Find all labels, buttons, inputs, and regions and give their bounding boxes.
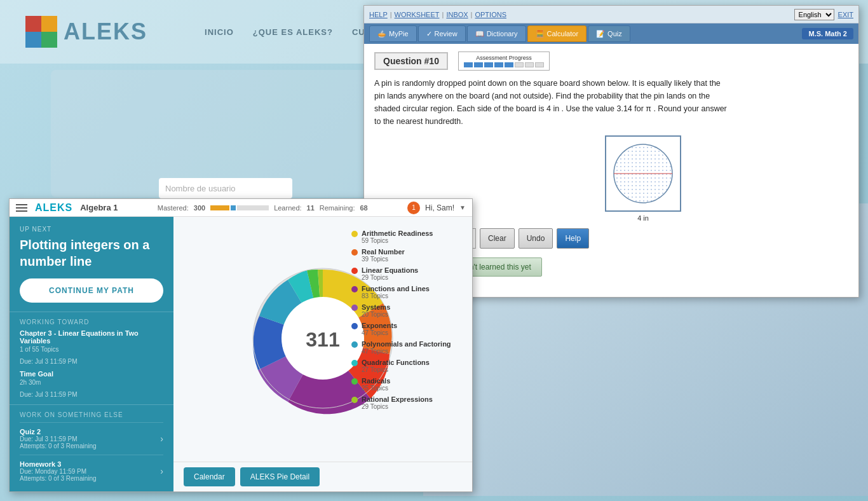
- quiz-question-badge: Question #10: [374, 52, 448, 70]
- legend-label-4: Systems: [362, 303, 390, 311]
- quiz-pip-6: [515, 62, 524, 67]
- dash-chart-area: 311 Arithmetic Readiness 59 Topics: [173, 217, 472, 462]
- legend-dot-0: [351, 231, 358, 237]
- dash-calendar-button[interactable]: Calendar: [184, 467, 235, 486]
- legend-sub-0: 59 Topics: [362, 237, 433, 244]
- quiz-header-right: English EXIT: [794, 9, 853, 20]
- quiz-header-left: HELP | WORKSHEET | INBOX | OPTIONS: [369, 11, 506, 18]
- dash-titlebar: ALEKS Algebra 1 Mastered: 300 Learned: 1…: [10, 199, 472, 217]
- quiz-options-link[interactable]: OPTIONS: [475, 11, 506, 18]
- dash-mastered-bar: [210, 205, 229, 210]
- legend-item-8: Radicals 25 Topics: [351, 377, 472, 392]
- dash-work-item-0-title: Quiz 2: [20, 428, 97, 436]
- quiz-progress-bar: [464, 62, 544, 67]
- legend-sub-5: 47 Topics: [362, 329, 397, 336]
- dash-work-else-label: WORK ON SOMETHING ELSE: [20, 411, 163, 418]
- dash-up-next-section: UP NEXT Plotting integers on a number li…: [10, 217, 173, 312]
- legend-item-6: Polynomials and Factoring 47 Topics: [351, 340, 472, 355]
- dash-pie-detail-button[interactable]: ALEKS Pie Detail: [240, 467, 320, 486]
- bg-logo-box: [25, 16, 57, 48]
- dash-work-item-1-arrow-icon: ›: [160, 466, 163, 476]
- dash-aleks-logo: ALEKS: [35, 202, 72, 214]
- dash-remaining-label: Remaining:: [320, 204, 355, 212]
- dash-user-name[interactable]: Hi, Sam!: [425, 203, 454, 212]
- dash-mastered-label: Mastered:: [158, 204, 189, 212]
- quiz-circle: [611, 142, 675, 205]
- legend-item-3: Functions and Lines 83 Topics: [351, 285, 472, 299]
- quiz-pip-3: [484, 62, 493, 67]
- legend-label-9: Rational Expressions: [362, 395, 433, 403]
- dash-work-item-0-due: Due: Jul 3 11:59 PM: [20, 436, 97, 443]
- quiz-pip-2: [474, 62, 483, 67]
- legend-item-0: Arithmetic Readiness 59 Topics: [351, 230, 472, 244]
- dash-titlebar-left: ALEKS Algebra 1: [16, 202, 118, 214]
- legend-dot-7: [351, 360, 358, 366]
- legend-label-6: Polynomials and Factoring: [362, 340, 451, 348]
- legend-dot-8: [351, 378, 358, 385]
- dash-work-item-1[interactable]: Homework 3 Due: Monday 11:59 PM Attempts…: [20, 455, 163, 487]
- dash-work-item-0-arrow-icon: ›: [160, 434, 163, 444]
- quiz-clear-button[interactable]: Clear: [480, 228, 515, 249]
- dash-work-item-1-title: Homework 3: [20, 460, 97, 468]
- book-icon: 📖: [475, 30, 484, 38]
- legend-item-4: Systems 20 Topics: [351, 303, 472, 318]
- quiz-tab-calculator[interactable]: 🧮 Calculator: [527, 25, 587, 42]
- legend-dot-5: [351, 323, 358, 329]
- dash-pie-legend: Arithmetic Readiness 59 Topics Real Numb…: [351, 230, 472, 414]
- legend-sub-2: 29 Topics: [362, 274, 418, 281]
- quiz-exit-link[interactable]: EXIT: [838, 11, 853, 18]
- dash-notification-badge[interactable]: 1: [407, 202, 420, 214]
- legend-sub-9: 29 Topics: [362, 403, 433, 410]
- dash-titlebar-right: 1 Hi, Sam! ▼: [407, 202, 466, 214]
- quiz-pip-1: [464, 62, 473, 67]
- dash-time-goal-due: Due: Jul 3 11:59 PM: [20, 391, 163, 398]
- quiz-tab-quiz[interactable]: 📝 Quiz: [588, 25, 630, 42]
- dash-main: 311 Arithmetic Readiness 59 Topics: [173, 217, 472, 491]
- quiz-dimension-label: 4 in: [637, 214, 649, 222]
- quiz-question-header: Question #10 Assessment Progress: [374, 51, 848, 71]
- dash-time-goal-label: Time Goal: [20, 370, 163, 378]
- legend-dot-3: [351, 286, 358, 292]
- dash-work-item-0[interactable]: Quiz 2 Due: Jul 3 11:59 PM Attempts: 0 o…: [20, 422, 163, 455]
- bg-nav-inicio[interactable]: INICIO: [205, 27, 234, 37]
- dashboard-window: ALEKS Algebra 1 Mastered: 300 Learned: 1…: [9, 198, 473, 492]
- dash-work-item-0-attempts: Attempts: 0 of 3 Remaining: [20, 443, 97, 450]
- dash-time-goal-value: 2h 30m: [20, 379, 163, 386]
- quiz-question-text: A pin is randomly dropped point down on …: [374, 77, 730, 128]
- quiz-toolbar: 🥧 MyPie ✓ Review 📖 Dictionary 🧮 Calculat…: [364, 24, 858, 44]
- dash-learned-value: 11: [307, 204, 315, 212]
- dash-goal-title: Chapter 3 - Linear Equations in Two Vari…: [20, 329, 163, 345]
- quiz-inbox-link[interactable]: INBOX: [446, 11, 468, 18]
- dash-pie-center: 311: [306, 327, 339, 351]
- dash-footer-buttons: Calendar ALEKS Pie Detail: [173, 462, 472, 491]
- quiz-help-link[interactable]: HELP: [369, 11, 388, 18]
- legend-dot-9: [351, 397, 358, 403]
- legend-sub-7: 27 Topics: [362, 366, 430, 373]
- bg-login-input[interactable]: Nombre de usuario: [159, 178, 292, 198]
- dash-up-next-label: UP NEXT: [20, 226, 163, 233]
- dash-work-item-1-due: Due: Monday 11:59 PM: [20, 468, 97, 475]
- legend-item-2: Linear Equations 29 Topics: [351, 266, 472, 281]
- quiz-undo-button[interactable]: Undo: [519, 228, 553, 249]
- dash-continue-button[interactable]: CONTINUE MY PATH: [20, 278, 163, 303]
- legend-item-9: Rational Expressions 29 Topics: [351, 395, 472, 410]
- quiz-lang-select[interactable]: English: [794, 9, 834, 20]
- dash-user-chevron-icon[interactable]: ▼: [459, 204, 466, 211]
- quiz-worksheet-link[interactable]: WORKSHEET: [395, 11, 440, 18]
- legend-item-5: Exponents 47 Topics: [351, 322, 472, 336]
- bg-nav-que[interactable]: ¿QUE ES ALEKS?: [253, 27, 333, 37]
- dash-working-toward-label: WORKING TOWARD: [20, 319, 163, 326]
- quiz-tab-review[interactable]: ✓ Review: [418, 25, 466, 42]
- quiz-progress-box: Assessment Progress: [458, 51, 550, 71]
- dash-sidebar: UP NEXT Plotting integers on a number li…: [10, 217, 173, 491]
- legend-label-2: Linear Equations: [362, 266, 418, 274]
- dash-hamburger-menu[interactable]: [16, 204, 27, 212]
- legend-label-5: Exponents: [362, 322, 397, 329]
- dash-work-item-1-attempts: Attempts: 0 of 3 Remaining: [20, 475, 97, 482]
- quiz-tab-mypie[interactable]: 🥧 MyPie: [369, 25, 417, 42]
- legend-sub-3: 83 Topics: [362, 292, 430, 299]
- quiz-icon: 📝: [596, 30, 605, 38]
- dash-mastered-value: 300: [194, 204, 205, 212]
- quiz-tab-dictionary[interactable]: 📖 Dictionary: [467, 25, 526, 42]
- quiz-help-button[interactable]: Help: [557, 228, 589, 249]
